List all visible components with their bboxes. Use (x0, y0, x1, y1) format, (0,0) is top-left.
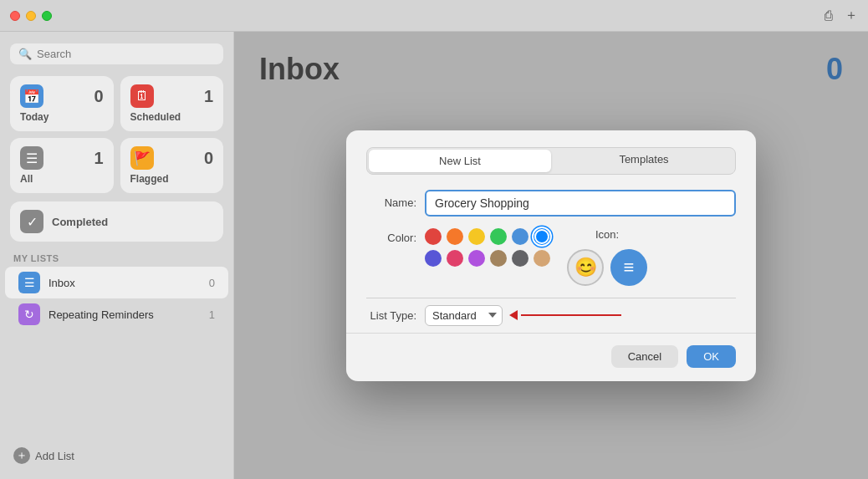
sidebar-card-flagged[interactable]: 🚩 0 Flagged (120, 138, 224, 193)
maximize-button[interactable] (42, 11, 52, 21)
list-type-select-wrapper: Standard Groceries Smart List (425, 305, 621, 326)
search-input[interactable] (37, 48, 215, 60)
sidebar-card-today[interactable]: 📅 0 Today (10, 76, 114, 131)
icon-option-list[interactable]: ≡ (610, 249, 647, 286)
close-button[interactable] (10, 11, 20, 21)
sidebar-grid: 📅 0 Today 🗓 1 Scheduled ☰ 1 All (0, 73, 233, 201)
my-lists-section-label: My Lists (0, 250, 233, 267)
flagged-count: 0 (204, 149, 213, 168)
scheduled-count: 1 (204, 87, 213, 106)
today-count: 0 (94, 87, 103, 106)
icon-options: 😊 ≡ (567, 249, 647, 286)
list-type-label: List Type: (366, 309, 416, 322)
arrow-head (509, 310, 518, 320)
share-icon[interactable]: ⎙ (825, 8, 833, 23)
all-icon: ☰ (20, 146, 43, 170)
sidebar-item-inbox[interactable]: ☰ Inbox 0 (5, 267, 228, 298)
color-swatch-pink[interactable] (447, 250, 463, 267)
all-count: 1 (94, 149, 103, 168)
completed-icon: ✓ (20, 210, 43, 233)
title-bar: ⎙ ＋ (0, 0, 868, 32)
arrow-line (521, 314, 621, 316)
all-label: All (20, 173, 104, 185)
color-swatch-orange[interactable] (447, 228, 463, 245)
add-list-button[interactable]: ＋ Add List (0, 441, 233, 471)
icon-section: Icon: 😊 ≡ (567, 228, 647, 286)
tab-templates[interactable]: Templates (553, 148, 735, 174)
modal-tabs: New List Templates (366, 147, 736, 175)
color-swatch-purple[interactable] (425, 250, 442, 267)
flagged-icon: 🚩 (130, 146, 154, 170)
repeating-icon: ↻ (18, 303, 40, 325)
color-swatch-violet[interactable] (468, 250, 485, 267)
name-label: Name: (366, 196, 416, 209)
main-content: Inbox 0 New List Templates Name: (234, 32, 868, 479)
divider (366, 298, 736, 298)
color-swatch-green[interactable] (490, 228, 507, 245)
new-list-modal: New List Templates Name: Color: (346, 130, 756, 381)
app-container: 🔍 📅 0 Today 🗓 1 Scheduled (0, 32, 868, 479)
color-swatch-tan[interactable] (534, 250, 550, 267)
sidebar: 🔍 📅 0 Today 🗓 1 Scheduled (0, 32, 234, 479)
icon-option-emoji[interactable]: 😊 (567, 249, 604, 286)
title-bar-right: ⎙ ＋ (825, 7, 858, 24)
color-label: Color: (366, 232, 416, 244)
repeating-count: 1 (209, 308, 215, 321)
inbox-name: Inbox (49, 277, 201, 289)
inbox-icon: ☰ (18, 272, 40, 293)
traffic-lights (10, 11, 52, 21)
inbox-count: 0 (209, 277, 215, 289)
list-type-row: List Type: Standard Groceries Smart List (366, 305, 736, 326)
search-icon: 🔍 (18, 48, 32, 60)
color-swatch-gray[interactable] (512, 250, 528, 267)
ok-button[interactable]: OK (687, 345, 736, 368)
name-row: Name: (366, 190, 736, 217)
arrow-indicator (509, 310, 621, 320)
name-input[interactable] (425, 190, 736, 217)
scheduled-label: Scheduled (130, 111, 214, 123)
icon-label: Icon: (582, 228, 632, 241)
today-icon: 📅 (20, 84, 43, 108)
color-swatch-yellow[interactable] (468, 228, 485, 245)
search-bar[interactable]: 🔍 (10, 43, 223, 64)
sidebar-item-repeating[interactable]: ↻ Repeating Reminders 1 (5, 298, 228, 330)
add-list-label: Add List (35, 450, 74, 462)
color-swatch-blue[interactable] (534, 228, 550, 245)
tab-new-list[interactable]: New List (369, 150, 551, 172)
sidebar-card-scheduled[interactable]: 🗓 1 Scheduled (120, 76, 224, 131)
flagged-label: Flagged (130, 173, 214, 185)
completed-label: Completed (52, 216, 108, 228)
color-swatch-brown[interactable] (490, 250, 507, 267)
add-list-icon: ＋ (13, 447, 30, 464)
modal-footer: Cancel OK (346, 333, 756, 381)
sidebar-card-all[interactable]: ☰ 1 All (10, 138, 114, 193)
modal-body: New List Templates Name: Color: (346, 130, 756, 326)
minimize-button[interactable] (26, 11, 36, 21)
sidebar-card-completed[interactable]: ✓ Completed (10, 201, 223, 242)
color-swatch-red[interactable] (425, 228, 442, 245)
list-type-select[interactable]: Standard Groceries Smart List (425, 305, 503, 326)
add-icon[interactable]: ＋ (845, 7, 858, 24)
today-label: Today (20, 111, 104, 123)
repeating-name: Repeating Reminders (49, 308, 201, 321)
color-swatches (425, 228, 550, 267)
modal-overlay: New List Templates Name: Color: (234, 32, 868, 479)
scheduled-icon: 🗓 (130, 84, 154, 108)
color-swatch-lightblue[interactable] (512, 228, 528, 245)
cancel-button[interactable]: Cancel (611, 345, 678, 368)
